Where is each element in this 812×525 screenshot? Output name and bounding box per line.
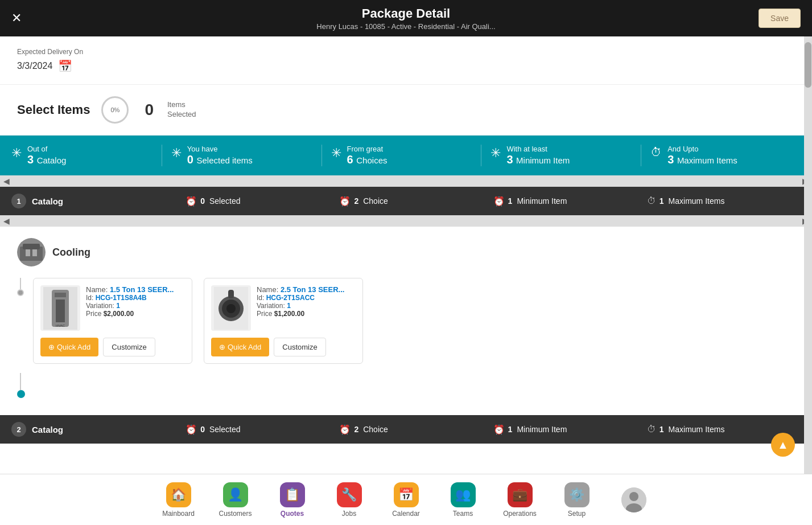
nav-label-calendar: Calendar (392, 510, 420, 518)
product-details-1: Name: 1.5 Ton 13 SEER... Id: HCG-1T1S8A4… (86, 285, 174, 331)
choice-icon-2: ⏰ (339, 424, 351, 435)
cooling-avatar (17, 238, 46, 266)
min-icon-2: ⏰ (493, 424, 505, 435)
nav-label-teams: Teams (453, 510, 473, 518)
product-details-2: Name: 2.5 Ton 13 SEER... Id: HCG-2T1SACC… (257, 285, 344, 331)
timer-icon: ⏱ (650, 146, 662, 159)
progress-percent: 0% (110, 106, 119, 113)
svg-rect-14 (228, 290, 234, 298)
nav-label-customers: Customers (219, 510, 252, 518)
product-variation-value-1: 1 (116, 302, 120, 310)
snowflake-icon-4: ✳ (491, 146, 501, 161)
items-label: Items (167, 100, 196, 110)
nav-item-avatar[interactable] (617, 487, 651, 512)
stat-value-1: 3 Catalog (27, 153, 66, 166)
catalog-stat-min-2: ⏰ 1 Minimum Item (493, 424, 647, 435)
mainboard-icon: 🏠 (166, 482, 191, 507)
snowflake-icon-2: ✳ (171, 146, 182, 161)
main-content: Expected Delivery On 3/3/2024 📅 Select I… (0, 36, 812, 474)
customize-button-2[interactable]: Customize (274, 338, 325, 356)
nav-item-calendar[interactable]: 📅 Calendar (389, 482, 423, 518)
stat-minimum: ✳ With at least 3 Minimum Item (481, 145, 641, 166)
selected-icon-2: ⏰ (186, 424, 197, 435)
nav-item-jobs[interactable]: 🔧 Jobs (332, 482, 366, 518)
header: ✕ Package Detail Henry Lucas - 10085 - A… (0, 0, 812, 36)
nav-item-customers[interactable]: 👤 Customers (219, 482, 253, 518)
scroll-up-button[interactable]: ▲ (771, 433, 795, 457)
catalog-num-2: 2 (11, 422, 26, 437)
product-variation-value-2: 1 (287, 302, 291, 310)
svg-rect-4 (32, 249, 37, 256)
page-subtitle: Henry Lucas - 10085 - Active - Residenti… (316, 22, 495, 31)
selected-icon-1: ⏰ (186, 196, 197, 207)
operations-icon: 💼 (508, 482, 533, 507)
user-avatar (621, 487, 646, 512)
product-image-1: HVAC (40, 285, 80, 331)
product-name-value-1: 1.5 Ton 13 SEER... (110, 285, 174, 294)
header-title: Package Detail Henry Lucas - 10085 - Act… (316, 6, 495, 31)
product-id-label-1: Id: (86, 294, 96, 302)
setup-icon: ⚙️ (564, 482, 590, 507)
save-button[interactable]: Save (759, 9, 801, 28)
min-icon-1: ⏰ (493, 196, 505, 207)
quick-add-button-2[interactable]: ⊕ Quick Add (211, 338, 269, 356)
max-icon-2: ⏱ (647, 424, 656, 434)
quotes-icon: 📋 (280, 482, 305, 507)
stat-label-3: From great (347, 145, 388, 153)
products-row: HVAC Name: 1.5 Ton 13 SEER... Id: HCG-1T… (33, 278, 363, 364)
nav-label-jobs: Jobs (342, 510, 356, 518)
svg-rect-3 (26, 249, 30, 256)
product-name-label-2: Name: (257, 285, 281, 294)
page-title: Package Detail (316, 6, 495, 21)
customers-icon: 👤 (223, 482, 248, 507)
progress-circle: 0% (101, 96, 129, 124)
product-price-value-2: $1,200.00 (274, 310, 304, 318)
selected-label: Selected (167, 110, 196, 120)
plus-icon-2: ⊕ (219, 343, 225, 351)
nav-label-operations: Operations (503, 510, 537, 518)
quick-add-button-1[interactable]: ⊕ Quick Add (40, 338, 98, 356)
product-actions-1: ⊕ Quick Add Customize (40, 338, 185, 356)
calendar-icon[interactable]: 📅 (58, 59, 72, 73)
product-price-label-2: Price (257, 310, 274, 318)
nav-item-operations[interactable]: 💼 Operations (503, 482, 537, 518)
nav-item-quotes[interactable]: 📋 Quotes (275, 482, 310, 518)
product-card-2: Name: 2.5 Ton 13 SEER... Id: HCG-2T1SACC… (204, 278, 363, 364)
stat-selected-items: ✳ You have 0 Selected items (162, 145, 322, 166)
svg-rect-2 (23, 244, 40, 249)
scrollbar-track[interactable] (804, 36, 812, 474)
scrollbar-thumb[interactable] (805, 42, 811, 88)
nav-item-mainboard[interactable]: 🏠 Mainboard (162, 482, 196, 518)
stat-label-4: With at least (506, 145, 570, 153)
catalog-num-1: 1 (11, 194, 26, 208)
bottom-nav: 🏠 Mainboard 👤 Customers 📋 Quotes 🔧 Jobs … (0, 474, 812, 525)
scroll-left-icon[interactable]: ◀ (3, 177, 10, 186)
close-button[interactable]: ✕ (11, 11, 22, 26)
stat-value-3: 6 Choices (347, 153, 388, 166)
catalog-stat-choice-1: ⏰ 2 Choice (339, 196, 493, 207)
catalog-stat-selected-2: ⏰ 0 Selected (186, 424, 339, 435)
svg-point-16 (629, 492, 638, 501)
nav-label-mainboard: Mainboard (162, 510, 195, 518)
customize-button-1[interactable]: Customize (103, 338, 155, 356)
delivery-date: 3/3/2024 (17, 61, 52, 71)
scroll-arrow-row: ◀ ▶ (0, 175, 812, 187)
scroll-arrow-row-2: ◀ ▶ (0, 215, 812, 227)
select-items-section: Select Items 0% 0 Items Selected (0, 85, 812, 136)
cooling-title: Cooling (52, 247, 90, 259)
delivery-label: Expected Delivery On (17, 48, 795, 56)
plus-icon-1: ⊕ (48, 343, 55, 351)
catalog-label-1: Catalog (32, 196, 186, 206)
scroll-left-icon-2[interactable]: ◀ (3, 216, 10, 225)
nav-item-teams[interactable]: 👥 Teams (446, 482, 480, 518)
catalog-label-2: Catalog (32, 425, 186, 434)
nav-item-setup[interactable]: ⚙️ Setup (560, 482, 594, 518)
select-items-title: Select Items (17, 102, 90, 117)
items-count: 0 (145, 101, 154, 119)
stat-value-4: 3 Minimum Item (506, 153, 570, 166)
product-id-label-2: Id: (257, 294, 266, 302)
stat-value-2: 0 Selected items (187, 153, 253, 166)
catalog-row-2: 2 Catalog ⏰ 0 Selected ⏰ 2 Choice ⏰ 1 Mi… (0, 415, 812, 444)
snowflake-icon-3: ✳ (331, 146, 341, 161)
product-actions-2: ⊕ Quick Add Customize (211, 338, 356, 356)
